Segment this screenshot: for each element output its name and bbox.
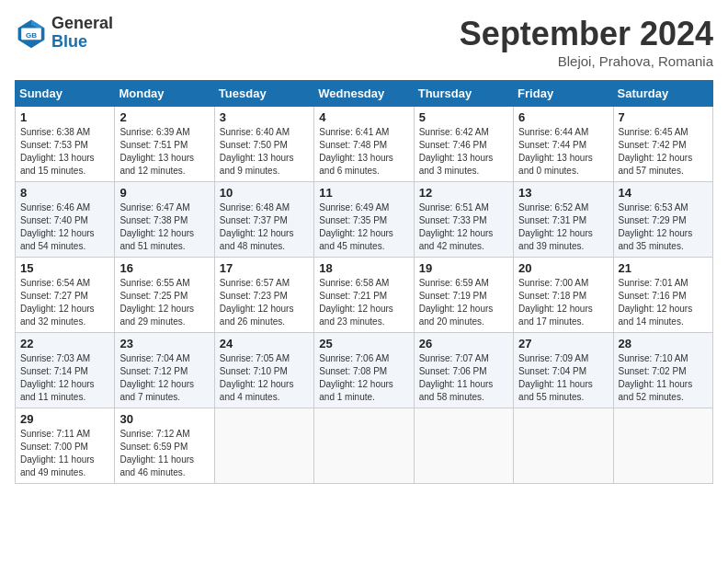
calendar-cell xyxy=(314,408,414,484)
logo: GB General Blue xyxy=(15,15,113,52)
day-info: Sunrise: 6:39 AMSunset: 7:51 PMDaylight:… xyxy=(119,126,209,178)
day-number: 14 xyxy=(619,186,708,200)
location-subtitle: Blejoi, Prahova, Romania xyxy=(460,53,713,69)
day-number: 28 xyxy=(619,337,708,350)
day-info: Sunrise: 6:45 AMSunset: 7:42 PMDaylight:… xyxy=(619,126,708,178)
weekday-header-row: SundayMondayTuesdayWednesdayThursdayFrid… xyxy=(16,81,713,107)
calendar-cell: 27Sunrise: 7:09 AMSunset: 7:04 PMDayligh… xyxy=(514,333,613,408)
calendar-cell: 24Sunrise: 7:05 AMSunset: 7:10 PMDayligh… xyxy=(214,333,313,408)
day-info: Sunrise: 7:05 AMSunset: 7:10 PMDaylight:… xyxy=(220,352,309,404)
day-number: 12 xyxy=(419,186,508,200)
day-info: Sunrise: 6:54 AMSunset: 7:27 PMDaylight:… xyxy=(20,277,109,328)
day-number: 19 xyxy=(419,261,508,275)
calendar-cell: 7Sunrise: 6:45 AMSunset: 7:42 PMDaylight… xyxy=(613,107,712,182)
weekday-header-sunday: Sunday xyxy=(16,81,115,107)
day-number: 20 xyxy=(518,261,608,275)
day-number: 24 xyxy=(220,337,309,350)
logo-icon: GB xyxy=(15,17,48,50)
calendar-week-2: 8Sunrise: 6:46 AMSunset: 7:40 PMDaylight… xyxy=(16,182,713,258)
day-info: Sunrise: 7:06 AMSunset: 7:08 PMDaylight:… xyxy=(319,352,408,404)
day-info: Sunrise: 6:47 AMSunset: 7:38 PMDaylight:… xyxy=(119,201,209,253)
day-info: Sunrise: 6:42 AMSunset: 7:46 PMDaylight:… xyxy=(419,126,508,178)
calendar-cell: 25Sunrise: 7:06 AMSunset: 7:08 PMDayligh… xyxy=(314,333,414,408)
day-number: 27 xyxy=(518,337,608,350)
day-info: Sunrise: 6:59 AMSunset: 7:19 PMDaylight:… xyxy=(419,277,508,328)
calendar-cell: 3Sunrise: 6:40 AMSunset: 7:50 PMDaylight… xyxy=(214,107,313,182)
calendar-cell xyxy=(514,408,613,484)
day-info: Sunrise: 7:10 AMSunset: 7:02 PMDaylight:… xyxy=(619,352,708,404)
calendar-table: SundayMondayTuesdayWednesdayThursdayFrid… xyxy=(15,80,713,484)
day-info: Sunrise: 6:38 AMSunset: 7:53 PMDaylight:… xyxy=(20,126,109,178)
day-info: Sunrise: 6:53 AMSunset: 7:29 PMDaylight:… xyxy=(619,201,708,253)
calendar-cell: 28Sunrise: 7:10 AMSunset: 7:02 PMDayligh… xyxy=(613,333,712,408)
calendar-cell: 9Sunrise: 6:47 AMSunset: 7:38 PMDaylight… xyxy=(115,182,214,258)
calendar-cell: 14Sunrise: 6:53 AMSunset: 7:29 PMDayligh… xyxy=(613,182,712,258)
day-number: 21 xyxy=(619,261,708,275)
calendar-week-4: 22Sunrise: 7:03 AMSunset: 7:14 PMDayligh… xyxy=(16,333,713,408)
calendar-cell: 12Sunrise: 6:51 AMSunset: 7:33 PMDayligh… xyxy=(414,182,513,258)
calendar-cell: 8Sunrise: 6:46 AMSunset: 7:40 PMDaylight… xyxy=(16,182,115,258)
day-number: 26 xyxy=(419,337,508,350)
calendar-cell: 20Sunrise: 7:00 AMSunset: 7:18 PMDayligh… xyxy=(514,258,613,333)
day-number: 15 xyxy=(20,261,109,275)
calendar-cell xyxy=(214,408,313,484)
day-info: Sunrise: 6:55 AMSunset: 7:25 PMDaylight:… xyxy=(119,277,209,328)
day-info: Sunrise: 6:51 AMSunset: 7:33 PMDaylight:… xyxy=(419,201,508,253)
day-number: 16 xyxy=(119,261,209,275)
day-info: Sunrise: 6:48 AMSunset: 7:37 PMDaylight:… xyxy=(220,201,309,253)
weekday-header-thursday: Thursday xyxy=(414,81,513,107)
day-number: 8 xyxy=(20,186,109,200)
calendar-cell: 18Sunrise: 6:58 AMSunset: 7:21 PMDayligh… xyxy=(314,258,414,333)
weekday-header-wednesday: Wednesday xyxy=(314,81,414,107)
day-number: 18 xyxy=(319,261,408,275)
calendar-cell: 21Sunrise: 7:01 AMSunset: 7:16 PMDayligh… xyxy=(613,258,712,333)
day-number: 17 xyxy=(220,261,309,275)
day-info: Sunrise: 7:09 AMSunset: 7:04 PMDaylight:… xyxy=(518,352,608,404)
calendar-cell: 30Sunrise: 7:12 AMSunset: 6:59 PMDayligh… xyxy=(115,408,214,484)
calendar-cell: 22Sunrise: 7:03 AMSunset: 7:14 PMDayligh… xyxy=(16,333,115,408)
weekday-header-saturday: Saturday xyxy=(613,81,712,107)
day-info: Sunrise: 7:00 AMSunset: 7:18 PMDaylight:… xyxy=(518,277,608,328)
day-info: Sunrise: 6:41 AMSunset: 7:48 PMDaylight:… xyxy=(319,126,408,178)
calendar-cell: 1Sunrise: 6:38 AMSunset: 7:53 PMDaylight… xyxy=(16,107,115,182)
svg-text:GB: GB xyxy=(26,30,37,39)
calendar-cell: 11Sunrise: 6:49 AMSunset: 7:35 PMDayligh… xyxy=(314,182,414,258)
weekday-header-friday: Friday xyxy=(514,81,613,107)
calendar-cell: 16Sunrise: 6:55 AMSunset: 7:25 PMDayligh… xyxy=(115,258,214,333)
day-number: 5 xyxy=(419,110,508,124)
day-number: 6 xyxy=(518,110,608,124)
title-block: September 2024 Blejoi, Prahova, Romania xyxy=(460,15,713,69)
day-info: Sunrise: 7:11 AMSunset: 7:00 PMDaylight:… xyxy=(20,428,109,479)
calendar-cell: 23Sunrise: 7:04 AMSunset: 7:12 PMDayligh… xyxy=(115,333,214,408)
day-info: Sunrise: 6:49 AMSunset: 7:35 PMDaylight:… xyxy=(319,201,408,253)
calendar-cell xyxy=(613,408,712,484)
calendar-cell: 29Sunrise: 7:11 AMSunset: 7:00 PMDayligh… xyxy=(16,408,115,484)
day-info: Sunrise: 7:04 AMSunset: 7:12 PMDaylight:… xyxy=(119,352,209,404)
day-info: Sunrise: 7:03 AMSunset: 7:14 PMDaylight:… xyxy=(20,352,109,404)
weekday-header-tuesday: Tuesday xyxy=(214,81,313,107)
day-number: 30 xyxy=(119,412,209,426)
day-info: Sunrise: 6:57 AMSunset: 7:23 PMDaylight:… xyxy=(220,277,309,328)
calendar-cell: 2Sunrise: 6:39 AMSunset: 7:51 PMDaylight… xyxy=(115,107,214,182)
day-info: Sunrise: 7:07 AMSunset: 7:06 PMDaylight:… xyxy=(419,352,508,404)
day-number: 9 xyxy=(119,186,209,200)
day-number: 2 xyxy=(119,110,209,124)
day-info: Sunrise: 6:52 AMSunset: 7:31 PMDaylight:… xyxy=(518,201,608,253)
calendar-cell: 10Sunrise: 6:48 AMSunset: 7:37 PMDayligh… xyxy=(214,182,313,258)
calendar-cell: 6Sunrise: 6:44 AMSunset: 7:44 PMDaylight… xyxy=(514,107,613,182)
day-info: Sunrise: 6:44 AMSunset: 7:44 PMDaylight:… xyxy=(518,126,608,178)
day-number: 3 xyxy=(220,110,309,124)
day-info: Sunrise: 7:12 AMSunset: 6:59 PMDaylight:… xyxy=(119,428,209,479)
day-number: 11 xyxy=(319,186,408,200)
calendar-week-5: 29Sunrise: 7:11 AMSunset: 7:00 PMDayligh… xyxy=(16,408,713,484)
day-number: 25 xyxy=(319,337,408,350)
day-number: 10 xyxy=(220,186,309,200)
calendar-week-3: 15Sunrise: 6:54 AMSunset: 7:27 PMDayligh… xyxy=(16,258,713,333)
calendar-cell: 15Sunrise: 6:54 AMSunset: 7:27 PMDayligh… xyxy=(16,258,115,333)
month-title: September 2024 xyxy=(460,15,713,53)
day-info: Sunrise: 6:40 AMSunset: 7:50 PMDaylight:… xyxy=(220,126,309,178)
calendar-cell xyxy=(414,408,513,484)
logo-text: General Blue xyxy=(51,15,113,52)
page-header: GB General Blue September 2024 Blejoi, P… xyxy=(15,15,713,69)
calendar-cell: 5Sunrise: 6:42 AMSunset: 7:46 PMDaylight… xyxy=(414,107,513,182)
